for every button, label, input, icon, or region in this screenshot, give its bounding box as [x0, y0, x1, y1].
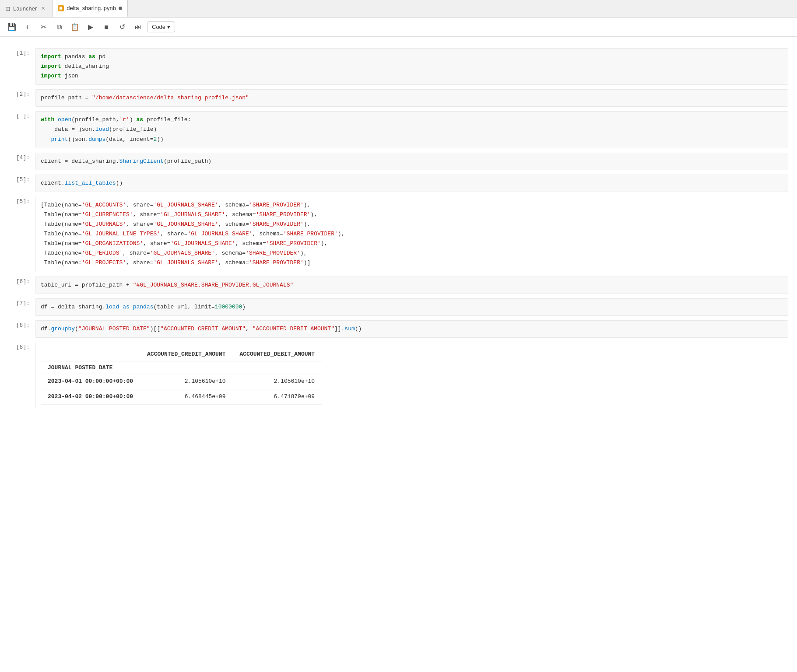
table-cell-credit-1: 2.105610e+10	[140, 374, 232, 389]
cell-3-content[interactable]: with open(profile_path,'r') as profile_f…	[35, 111, 788, 148]
fastforward-button[interactable]: ⏭	[131, 21, 144, 34]
add-cell-button[interactable]: +	[21, 21, 34, 34]
table-cell-debit-1: 2.105610e+10	[232, 374, 322, 389]
cell-5-label: [5]:	[9, 175, 35, 185]
cell-5-output-content: [Table(name='GL_ACCOUNTS', share='GL_JOU…	[35, 196, 788, 272]
launcher-icon: ⊡	[5, 5, 11, 12]
cell-8-output-content: ACCOUNTED_CREDIT_AMOUNT ACCOUNTED_DEBIT_…	[35, 342, 788, 409]
cell-4[interactable]: [4]: client = delta_sharing.SharingClien…	[0, 151, 797, 172]
table-cell-date-2: 2023-04-02 00:00:00+00:00	[41, 389, 140, 405]
table-index-label: JOURNAL_POSTED_DATE	[41, 361, 322, 374]
table-cell-credit-2: 6.468445e+09	[140, 389, 232, 405]
cell-7[interactable]: [7]: df = delta_sharing.load_as_pandas(t…	[0, 297, 797, 318]
paste-button[interactable]: 📋	[68, 21, 81, 34]
cell-1[interactable]: [1]: import pandas as pd import delta_sh…	[0, 46, 797, 87]
chevron-down-icon: ▾	[167, 24, 170, 30]
cell-1-label: [1]:	[9, 48, 35, 58]
cell-6-label: [6]:	[9, 276, 35, 287]
output-table: ACCOUNTED_CREDIT_AMOUNT ACCOUNTED_DEBIT_…	[41, 348, 322, 405]
cell-8-output: [8]: ACCOUNTED_CREDIT_AMOUNT ACCOUNTED_D…	[0, 340, 797, 410]
cell-2-content[interactable]: profile_path = "/home/datascience/delta_…	[35, 89, 788, 107]
cell-type-label: Code	[152, 24, 165, 30]
output-5-text: [Table(name='GL_ACCOUNTS', share='GL_JOU…	[41, 200, 783, 268]
cut-button[interactable]: ✂	[37, 21, 50, 34]
restart-button[interactable]: ↺	[116, 21, 129, 34]
cell-4-content[interactable]: client = delta_sharing.SharingClient(pro…	[35, 153, 788, 170]
cell-4-label: [4]:	[9, 153, 35, 163]
notebook-icon: ▣	[58, 5, 64, 11]
cell-2[interactable]: [2]: profile_path = "/home/datascience/d…	[0, 88, 797, 108]
stop-button[interactable]: ■	[100, 21, 113, 34]
cell-3-label: [ ]:	[9, 111, 35, 121]
cell-5[interactable]: [5]: client.list_all_tables()	[0, 173, 797, 194]
cell-8[interactable]: [8]: df.groupby("JOURNAL_POSTED_DATE")[[…	[0, 318, 797, 340]
tab-launcher[interactable]: ⊡ Launcher ✕	[0, 0, 53, 17]
cell-7-content[interactable]: df = delta_sharing.load_as_pandas(table_…	[35, 298, 788, 316]
notebook-modified-dot	[119, 7, 122, 10]
toolbar: 💾 + ✂ ⧉ 📋 ▶ ■ ↺ ⏭ Code ▾	[0, 18, 797, 37]
cell-7-label: [7]:	[9, 298, 35, 308]
cell-2-label: [2]:	[9, 89, 35, 99]
tab-notebook[interactable]: ▣ delta_sharing.ipynb	[53, 0, 128, 17]
save-button[interactable]: 💾	[5, 21, 18, 34]
notebook-area: [1]: import pandas as pd import delta_sh…	[0, 37, 797, 672]
run-button[interactable]: ▶	[84, 21, 97, 34]
cell-3[interactable]: [ ]: with open(profile_path,'r') as prof…	[0, 109, 797, 150]
table-row: 2023-04-02 00:00:00+00:00 6.468445e+09 6…	[41, 389, 322, 405]
cell-6[interactable]: [6]: table_url = profile_path + "#GL_JOU…	[0, 275, 797, 296]
cell-6-content[interactable]: table_url = profile_path + "#GL_JOURNALS…	[35, 276, 788, 294]
cell-type-dropdown[interactable]: Code ▾	[147, 21, 175, 32]
cell-1-content[interactable]: import pandas as pd import delta_sharing…	[35, 48, 788, 85]
cell-8-content[interactable]: df.groupby("JOURNAL_POSTED_DATE")[["ACCO…	[35, 320, 788, 338]
tab-bar: ⊡ Launcher ✕ ▣ delta_sharing.ipynb	[0, 0, 797, 18]
table-cell-date-1: 2023-04-01 00:00:00+00:00	[41, 374, 140, 389]
table-header-debit: ACCOUNTED_DEBIT_AMOUNT	[232, 348, 322, 361]
table-row: 2023-04-01 00:00:00+00:00 2.105610e+10 2…	[41, 374, 322, 389]
cell-8-label: [8]:	[9, 320, 35, 330]
cell-5-output-label: [5]:	[9, 196, 35, 206]
table-header-index	[41, 348, 140, 361]
copy-button[interactable]: ⧉	[53, 21, 66, 34]
table-header-credit: ACCOUNTED_CREDIT_AMOUNT	[140, 348, 232, 361]
tab-launcher-label: Launcher	[13, 5, 37, 12]
table-cell-debit-2: 6.471879e+09	[232, 389, 322, 405]
cell-5-output: [5]: [Table(name='GL_ACCOUNTS', share='G…	[0, 195, 797, 274]
cell-5-content[interactable]: client.list_all_tables()	[35, 175, 788, 192]
tab-notebook-label: delta_sharing.ipynb	[67, 5, 116, 11]
tab-launcher-close[interactable]: ✕	[39, 5, 47, 12]
cell-8-output-label: [8]:	[9, 342, 35, 352]
